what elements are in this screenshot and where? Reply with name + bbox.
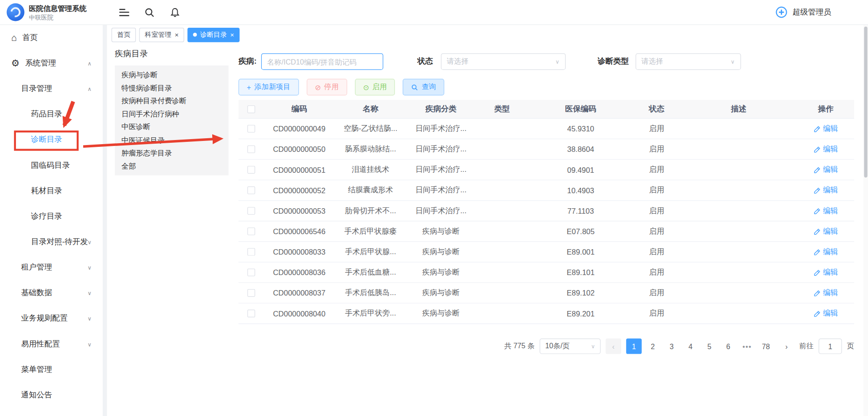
catalog-item-3[interactable]: 按病种目录付费诊断	[115, 94, 229, 107]
table-row[interactable]: CD0000000052 结膜囊成形术 日间手术治疗... 10.4903 启用…	[239, 180, 854, 201]
catalog-item-7[interactable]: 肿瘤形态学目录	[115, 146, 229, 160]
page-size-select[interactable]: 10条/页 ∨	[539, 338, 600, 354]
edit-icon	[813, 207, 821, 215]
table-row[interactable]: CD0000000049 空肠-乙状结肠... 日间手术治疗... 45.931…	[239, 119, 854, 139]
sidebar-item-national-code-catalog[interactable]: 国临码目录	[0, 153, 103, 178]
app-logo	[7, 3, 25, 21]
edit-button[interactable]: 编辑	[813, 247, 838, 257]
row-checkbox[interactable]	[247, 125, 255, 133]
search-icon	[411, 84, 419, 91]
catalog-item-4[interactable]: 日间手术治疗病种	[115, 107, 229, 120]
edit-button[interactable]: 编辑	[813, 165, 838, 175]
edit-label: 编辑	[823, 267, 838, 277]
status-select[interactable]: 请选择 ∨	[441, 53, 566, 70]
table-row[interactable]: CD0000006546 手术后甲状腺瘘 疾病与诊断 E07.805 启用 编辑	[239, 221, 854, 242]
row-checkbox[interactable]	[247, 207, 255, 215]
edit-button[interactable]: 编辑	[813, 288, 838, 298]
row-checkbox[interactable]	[247, 310, 255, 317]
tab-diagnosis-catalog[interactable]: 诊断目录×	[188, 27, 240, 42]
table-row[interactable]: CD0000000051 泪道挂线术 日间手术治疗... 09.4901 启用 …	[239, 160, 854, 180]
row-checkbox[interactable]	[247, 289, 255, 297]
cell-code: CD0000008036	[264, 268, 335, 276]
pager-page-5[interactable]: 5	[702, 338, 717, 354]
header-user[interactable]: 超级管理员	[775, 6, 868, 18]
table-row[interactable]: CD0000008036 手术后低血糖... 疾病与诊断 E89.101 启用 …	[239, 262, 854, 283]
query-label: 查询	[422, 82, 436, 92]
sidebar-item-home[interactable]: ⌂首页	[0, 25, 103, 50]
pager-page-2[interactable]: 2	[645, 338, 660, 354]
sidebar-item-usability-config[interactable]: 易用性配置∨	[0, 331, 103, 357]
catalog-item-1[interactable]: 疾病与诊断	[115, 68, 229, 81]
enable-button[interactable]: ⊙ 启用	[354, 79, 395, 95]
tab-bar: 首页科室管理×诊断目录×	[107, 25, 864, 45]
catalog-item-8[interactable]: 全部	[115, 160, 229, 173]
pager-page-1[interactable]: 1	[626, 338, 642, 354]
close-icon[interactable]: ×	[175, 31, 179, 38]
table-row[interactable]: CD0000008033 手术后甲状腺... 疾病与诊断 E89.001 启用 …	[239, 242, 854, 262]
edit-button[interactable]: 编辑	[813, 144, 838, 154]
row-checkbox[interactable]	[247, 248, 255, 256]
catalog-item-6[interactable]: 中医证候目录	[115, 134, 229, 147]
bell-icon[interactable]	[170, 7, 180, 17]
pager-next[interactable]: ›	[778, 338, 794, 354]
disable-button[interactable]: ⊘ 停用	[306, 79, 347, 95]
edit-button[interactable]: 编辑	[813, 309, 838, 319]
scrollbar-thumb[interactable]	[864, 27, 867, 178]
pager-prev[interactable]: ‹	[606, 338, 621, 354]
edit-icon	[813, 125, 821, 132]
row-checkbox[interactable]	[247, 145, 255, 153]
sidebar-item-treatment-catalog[interactable]: 诊疗目录	[0, 204, 103, 229]
sidebar-item-consumable-catalog[interactable]: 耗材目录	[0, 178, 103, 204]
cell-insurance: 77.1103	[528, 207, 634, 215]
table-row[interactable]: CD0000000053 肋骨切开术不... 日间手术治疗... 77.1103…	[239, 201, 854, 221]
sidebar-item-diagnosis-catalog[interactable]: 诊断目录	[0, 127, 103, 152]
cell-status: 启用	[634, 165, 680, 175]
edit-button[interactable]: 编辑	[813, 206, 838, 216]
select-all-checkbox[interactable]	[247, 105, 255, 113]
catalog-item-2[interactable]: 特慢病诊断目录	[115, 81, 229, 95]
cell-category: 日间手术治疗...	[406, 124, 476, 134]
add-item-button[interactable]: + 添加新项目	[239, 79, 299, 95]
add-item-label: 添加新项目	[254, 82, 290, 92]
row-checkbox[interactable]	[247, 186, 255, 194]
edit-button[interactable]: 编辑	[813, 185, 838, 195]
sidebar-item-catalog-compare[interactable]: 目录对照-待开发∨	[0, 229, 103, 255]
sidebar-item-tenant-manage[interactable]: 租户管理∨	[0, 255, 103, 280]
row-checkbox[interactable]	[247, 166, 255, 174]
diagnosis-type-select[interactable]: 请选择 ∨	[635, 53, 741, 70]
sidebar-item-business-rule-config[interactable]: 业务规则配置∨	[0, 306, 103, 331]
table-row[interactable]: CD0000008040 手术后甲状旁... 疾病与诊断 E89.201 启用 …	[239, 304, 854, 324]
sidebar-item-menu-manage[interactable]: 菜单管理	[0, 357, 103, 382]
pager-page-78[interactable]: 78	[758, 338, 773, 354]
pager-page-4[interactable]: 4	[683, 338, 698, 354]
edit-icon	[813, 187, 821, 194]
sidebar-item-drug-catalog[interactable]: 药品目录	[0, 101, 103, 127]
catalog-item-5[interactable]: 中医诊断	[115, 120, 229, 134]
sidebar-divider	[103, 25, 107, 416]
disease-search-input[interactable]	[261, 53, 383, 70]
sidebar-item-system-manage[interactable]: ⚙系统管理∧	[0, 50, 103, 76]
table-row[interactable]: CD0000000050 肠系膜动脉结... 日间手术治疗... 38.8604…	[239, 139, 854, 160]
sidebar-item-base-data[interactable]: 基础数据∨	[0, 280, 103, 306]
goto-page-input[interactable]	[818, 338, 842, 354]
collapse-menu-icon[interactable]	[119, 9, 129, 16]
cell-name: 手术后甲状腺...	[335, 247, 406, 257]
row-checkbox[interactable]	[247, 227, 255, 235]
edit-button[interactable]: 编辑	[813, 267, 838, 277]
tab-dept-manage[interactable]: 科室管理×	[139, 27, 184, 42]
data-table: 编码 名称 疾病分类 类型 医保编码 状态 描述 操作 CD0000000049…	[239, 100, 854, 324]
close-icon[interactable]: ×	[230, 31, 234, 38]
sidebar-item-notice[interactable]: 通知公告	[0, 382, 103, 408]
sidebar-item-catalog-manage[interactable]: 目录管理∧	[0, 76, 103, 101]
table-row[interactable]: CD0000008037 手术后低胰岛... 疾病与诊断 E89.102 启用 …	[239, 283, 854, 303]
pager-page-6[interactable]: 6	[720, 338, 736, 354]
tab-home[interactable]: 首页	[111, 27, 136, 42]
query-button[interactable]: 查询	[403, 79, 445, 95]
edit-button[interactable]: 编辑	[813, 124, 838, 134]
edit-icon	[813, 228, 821, 235]
pager-pages: 123456•••78	[626, 338, 774, 354]
pager-page-3[interactable]: 3	[664, 338, 679, 354]
search-icon[interactable]	[144, 7, 155, 17]
edit-button[interactable]: 编辑	[813, 226, 838, 236]
row-checkbox[interactable]	[247, 269, 255, 276]
